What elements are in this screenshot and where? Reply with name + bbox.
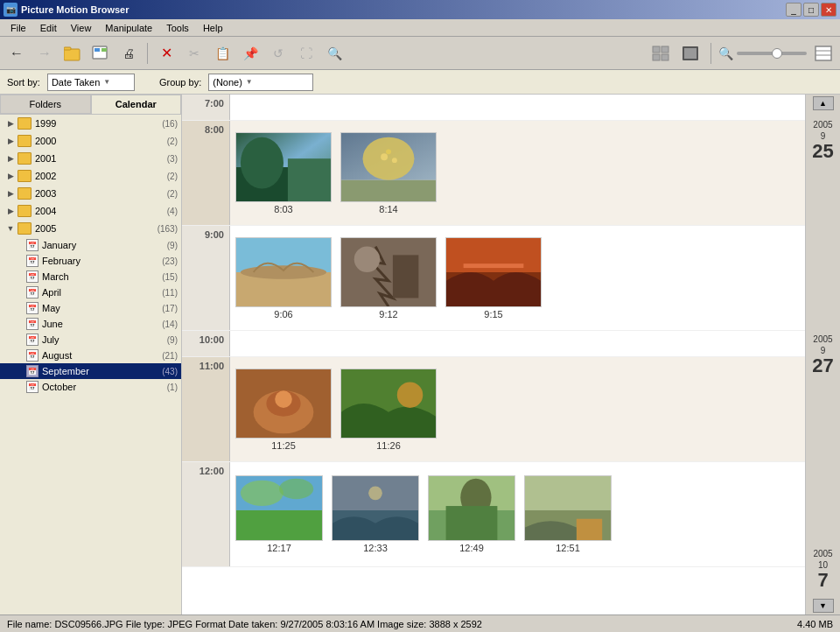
photo-915[interactable]: 9:15 xyxy=(445,237,542,320)
marker-day-3: 7 xyxy=(817,571,828,590)
maximize-button[interactable]: □ xyxy=(803,3,819,17)
folder-icon-1999 xyxy=(18,117,32,130)
window-controls[interactable]: _ □ ✕ xyxy=(786,3,836,17)
copy-button[interactable]: 📋 xyxy=(209,41,235,66)
photo-label-1125: 11:25 xyxy=(271,440,296,451)
sidebar-item-february[interactable]: 📅 February (23) xyxy=(0,253,181,269)
fullscreen-button[interactable]: ⛶ xyxy=(293,41,319,66)
count-march: (15) xyxy=(162,272,178,282)
sidebar-item-2002[interactable]: ▶ 2002 (2) xyxy=(0,167,181,185)
expand-2001[interactable]: ▶ xyxy=(4,151,18,165)
grid-view-button[interactable] xyxy=(810,41,836,66)
photos-900: 9:06 9:12 xyxy=(230,226,805,330)
sidebar-item-march[interactable]: 📅 March (15) xyxy=(0,269,181,284)
svg-point-46 xyxy=(368,487,382,501)
sort-dropdown[interactable]: Date Taken ▼ xyxy=(47,74,135,91)
zoom-minus-icon[interactable]: 🔍 xyxy=(718,46,733,60)
photo-1249[interactable]: 12:49 xyxy=(428,475,515,553)
sidebar-item-january[interactable]: 📅 January (9) xyxy=(0,237,181,253)
svg-rect-41 xyxy=(236,510,322,540)
scroll-down-button[interactable]: ▼ xyxy=(813,599,834,613)
photo-label-906: 9:06 xyxy=(274,309,292,320)
group-by-section: Group by: (None) ▼ xyxy=(159,74,313,91)
close-button[interactable]: ✕ xyxy=(821,3,836,17)
expand-2003[interactable]: ▶ xyxy=(4,186,18,200)
cal-icon-apr: 📅 xyxy=(26,286,38,298)
cal-icon-sep: 📅 xyxy=(26,365,38,377)
menu-tools[interactable]: Tools xyxy=(159,21,196,35)
content-scroll[interactable]: 7:00 8:00 xyxy=(182,95,805,614)
zoom-slider-track[interactable] xyxy=(737,52,807,55)
menu-file[interactable]: File xyxy=(4,21,33,35)
label-october: October xyxy=(42,382,167,392)
sidebar-item-2005[interactable]: ▼ 2005 (163) xyxy=(0,220,181,237)
menu-edit[interactable]: Edit xyxy=(33,21,64,35)
photo-1126[interactable]: 11:26 xyxy=(340,369,437,451)
sidebar-item-july[interactable]: 📅 July (9) xyxy=(0,332,181,348)
film-view-button[interactable] xyxy=(677,41,704,66)
svg-point-24 xyxy=(386,149,391,154)
sidebar-item-2004[interactable]: ▶ 2004 (4) xyxy=(0,202,181,220)
tab-calendar[interactable]: Calendar xyxy=(91,95,182,114)
forward-button[interactable]: → xyxy=(32,41,58,66)
paste-button[interactable]: 📌 xyxy=(237,41,263,66)
delete-button[interactable]: ✕ xyxy=(153,41,179,66)
sidebar-item-september[interactable]: 📅 September (43) xyxy=(0,363,181,379)
sidebar-item-june[interactable]: 📅 June (14) xyxy=(0,316,181,332)
cal-icon-may: 📅 xyxy=(26,302,38,314)
expand-2004[interactable]: ▶ xyxy=(4,204,18,218)
minimize-button[interactable]: _ xyxy=(786,3,802,17)
svg-rect-50 xyxy=(446,506,498,540)
svg-rect-33 xyxy=(464,263,524,268)
sidebar-item-1999[interactable]: ▶ 1999 (16) xyxy=(0,115,181,132)
photo-1233[interactable]: 12:33 xyxy=(332,475,419,553)
cut-button[interactable]: ✂ xyxy=(181,41,207,66)
time-label-700: 7:00 xyxy=(182,95,230,120)
view-button[interactable] xyxy=(88,41,114,66)
sidebar-item-april[interactable]: 📅 April (11) xyxy=(0,284,181,300)
photos-1200: 12:17 12:33 xyxy=(230,462,805,566)
status-bar: File name: DSC09566.JPG File type: JPEG … xyxy=(0,614,840,632)
back-button[interactable]: ← xyxy=(4,41,30,66)
expand-1999[interactable]: ▶ xyxy=(4,116,18,130)
main-container: Folders Calendar ▶ 1999 (16) ▶ 2000 (2) … xyxy=(0,95,840,614)
sidebar-item-2001[interactable]: ▶ 2001 (3) xyxy=(0,150,181,167)
thumbnail-view-button[interactable] xyxy=(648,41,674,66)
browse-folder-button[interactable] xyxy=(60,41,86,66)
sidebar-item-august[interactable]: 📅 August (21) xyxy=(0,348,181,363)
expand-2005[interactable]: ▼ xyxy=(4,221,18,235)
photo-1217[interactable]: 12:17 xyxy=(235,475,323,553)
photo-912[interactable]: 9:12 xyxy=(340,237,437,320)
print-button[interactable]: 🖨 xyxy=(116,41,142,66)
sidebar-item-2000[interactable]: ▶ 2000 (2) xyxy=(0,132,181,150)
label-1999: 1999 xyxy=(35,118,162,129)
menu-manipulate[interactable]: Manipulate xyxy=(98,21,159,35)
scroll-up-button[interactable]: ▲ xyxy=(813,96,834,110)
photos-1100: 11:25 11:26 xyxy=(230,357,805,461)
photo-1125[interactable]: 11:25 xyxy=(235,369,332,451)
menu-help[interactable]: Help xyxy=(196,21,230,35)
svg-rect-3 xyxy=(94,48,100,52)
expand-2002[interactable]: ▶ xyxy=(4,169,18,183)
photo-1251[interactable]: 12:51 xyxy=(524,475,612,553)
expand-2000[interactable]: ▶ xyxy=(4,134,18,148)
rotate-left-button[interactable]: ↺ xyxy=(265,41,291,66)
menu-view[interactable]: View xyxy=(64,21,99,35)
zoom-control: 🔍 xyxy=(718,46,807,60)
tab-folders[interactable]: Folders xyxy=(0,95,91,114)
photo-814[interactable]: 8:14 xyxy=(340,132,437,214)
svg-rect-7 xyxy=(653,54,660,60)
sidebar-item-october[interactable]: 📅 October (1) xyxy=(0,379,181,395)
photo-803[interactable]: 8:03 xyxy=(235,132,332,214)
label-september: September xyxy=(42,366,162,376)
label-june: June xyxy=(42,319,162,329)
zoom-slider-thumb[interactable] xyxy=(772,48,782,59)
photo-img-1233 xyxy=(332,475,419,541)
sidebar-item-may[interactable]: 📅 May (17) xyxy=(0,300,181,316)
search-button[interactable]: 🔍 xyxy=(321,41,347,66)
photo-906[interactable]: 9:06 xyxy=(235,237,332,320)
sidebar-item-2003[interactable]: ▶ 2003 (2) xyxy=(0,185,181,202)
menu-bar: File Edit View Manipulate Tools Help xyxy=(0,19,840,37)
group-dropdown[interactable]: (None) ▼ xyxy=(208,74,313,91)
label-august: August xyxy=(42,350,162,361)
